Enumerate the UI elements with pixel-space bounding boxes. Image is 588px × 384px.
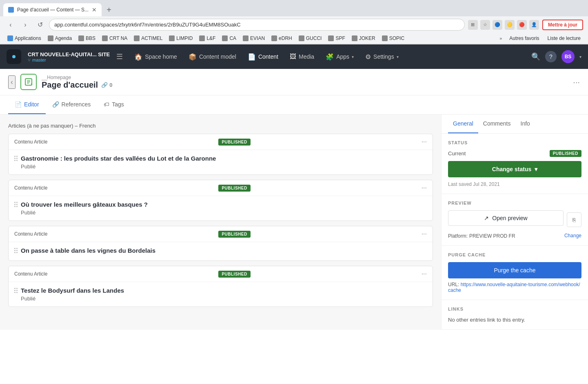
active-tab[interactable]: Page d'accueil — Content — S... ✕ bbox=[3, 3, 102, 16]
bookmark-evian[interactable]: EVIAN bbox=[240, 35, 267, 42]
search-button[interactable]: 🔍 bbox=[531, 52, 540, 61]
back-button[interactable]: ‹ bbox=[8, 75, 16, 89]
update-button[interactable]: Mettre à jour bbox=[542, 20, 583, 30]
tab-tags[interactable]: 🏷 Tags bbox=[97, 95, 131, 114]
bookmark-actimel[interactable]: ACTIMEL bbox=[131, 35, 165, 42]
entry-more-button[interactable]: ··· bbox=[573, 77, 580, 87]
bookmark-label: LIMPID bbox=[176, 35, 193, 41]
card-more-button[interactable]: ··· bbox=[422, 270, 427, 278]
nav-label: Media bbox=[299, 53, 314, 60]
purge-cache-button[interactable]: Purge the cache bbox=[448, 262, 581, 278]
card-more-button[interactable]: ··· bbox=[422, 184, 427, 192]
bookmark-gucci[interactable]: GUCCI bbox=[296, 35, 324, 42]
app-logo[interactable] bbox=[7, 49, 21, 64]
article-status: Publié bbox=[21, 210, 427, 216]
nav-label: Space home bbox=[145, 53, 177, 60]
article-card: Contenu Article PUBLISHED ··· Testez le … bbox=[8, 266, 433, 307]
bookmark-icon bbox=[169, 35, 175, 41]
bookmark-agenda[interactable]: Agenda bbox=[45, 35, 74, 42]
reload-button[interactable]: ↺ bbox=[34, 19, 46, 31]
branch-name: master bbox=[32, 57, 46, 62]
purge-url-row: URL: https://www.nouvelle-aquitaine-tour… bbox=[448, 282, 581, 293]
bookmark-ca[interactable]: CA bbox=[220, 35, 239, 42]
settings-dropdown-icon: ▾ bbox=[397, 55, 399, 59]
article-card: Contenu Article PUBLISHED ··· Où trouver… bbox=[8, 180, 433, 221]
drag-handle[interactable] bbox=[14, 247, 18, 253]
tab-bar: Page d'accueil — Content — S... ✕ + bbox=[0, 0, 588, 16]
bookmark-bbs[interactable]: BBS bbox=[76, 35, 98, 42]
copy-preview-url-button[interactable]: ⎘ bbox=[567, 212, 581, 227]
bookmark-icon bbox=[78, 35, 84, 41]
bookmark-applications[interactable]: Applications bbox=[5, 35, 44, 42]
change-platform-link[interactable]: Change bbox=[564, 233, 581, 238]
url-label: URL: bbox=[448, 282, 459, 287]
hamburger-menu[interactable]: ☰ bbox=[116, 52, 123, 61]
rp-tab-general[interactable]: General bbox=[448, 115, 478, 133]
back-button[interactable]: ‹ bbox=[5, 19, 16, 31]
bookmark-liste-lecture[interactable]: Liste de lecture bbox=[545, 35, 583, 42]
bookmark-icon bbox=[271, 35, 277, 41]
bookmarks-more-button[interactable]: » bbox=[499, 36, 502, 41]
change-status-button[interactable]: Change status ▾ bbox=[448, 161, 581, 177]
purge-url[interactable]: https://www.nouvelle-aquitaine-tourisme.… bbox=[448, 282, 580, 293]
drag-handle[interactable] bbox=[14, 155, 18, 161]
bookmark-crtna[interactable]: CRT NA bbox=[100, 35, 130, 42]
link-icon: 🔗 bbox=[101, 82, 108, 88]
bookmark-label: BBS bbox=[86, 35, 95, 41]
nav-media[interactable]: 🖼 Media bbox=[285, 50, 319, 64]
help-button[interactable]: ? bbox=[545, 51, 557, 62]
bookmark-sopic[interactable]: SOPIC bbox=[379, 35, 407, 42]
url-input[interactable] bbox=[49, 19, 465, 31]
bookmark-limpid[interactable]: LIMPID bbox=[166, 35, 195, 42]
open-preview-button[interactable]: ↗ Open preview bbox=[448, 210, 564, 226]
article-status: Publié bbox=[21, 296, 427, 302]
nav-content[interactable]: 📄 Content bbox=[243, 50, 283, 64]
nav-apps[interactable]: 🧩 Apps ▾ bbox=[321, 50, 359, 64]
nav-label: Settings bbox=[373, 53, 394, 60]
nav-space-home[interactable]: 🏠 Space home bbox=[129, 50, 182, 64]
nav-settings[interactable]: ⚙ Settings ▾ bbox=[360, 50, 404, 64]
status-section: STATUS Current PUBLISHED Change status ▾… bbox=[442, 134, 588, 194]
bookmark-icon bbox=[222, 35, 228, 41]
drag-handle[interactable] bbox=[14, 201, 18, 207]
bookmark-joker[interactable]: JOKER bbox=[349, 35, 378, 42]
bookmark-icon bbox=[299, 35, 304, 41]
entry-breadcrumb: __Homepage bbox=[42, 75, 568, 80]
references-tab-label: References bbox=[62, 101, 91, 108]
links-text: No other entries link to this entry. bbox=[448, 317, 525, 323]
bookmark-label: GUCCI bbox=[306, 35, 322, 41]
entry-title: Page d'accueil 🔗 0 bbox=[42, 80, 568, 90]
nav-content-model[interactable]: 📦 Content model bbox=[184, 50, 241, 64]
article-card-body: Où trouver les meilleurs gâteaux basques… bbox=[9, 196, 433, 221]
platform-row: Platform: PREVIEW PROD FR Change bbox=[448, 232, 581, 239]
bookmark-icon bbox=[328, 35, 334, 41]
card-more-button[interactable]: ··· bbox=[422, 138, 427, 146]
rp-tab-info[interactable]: Info bbox=[516, 115, 535, 133]
forward-button[interactable]: › bbox=[20, 19, 31, 31]
tags-tab-label: Tags bbox=[112, 101, 124, 108]
bookmark-edrh[interactable]: eDRH bbox=[269, 35, 295, 42]
apps-icon: 🧩 bbox=[326, 53, 334, 61]
bookmark-label: Agenda bbox=[55, 35, 72, 41]
tab-title: Page d'accueil — Content — S... bbox=[17, 7, 89, 13]
avatar-dropdown-icon: ▾ bbox=[579, 55, 581, 59]
nav-label: Apps bbox=[336, 53, 349, 60]
rp-tab-comments[interactable]: Comments bbox=[478, 115, 516, 133]
bookmark-autres-favoris[interactable]: Autres favoris bbox=[507, 35, 541, 42]
bookmark-spf[interactable]: SPF bbox=[326, 35, 347, 42]
tab-editor[interactable]: 📄 Editor bbox=[8, 95, 46, 114]
article-type: Contenu Article bbox=[14, 185, 47, 191]
bookmark-icon bbox=[102, 35, 108, 41]
platform-info: Platform: PREVIEW PROD FR bbox=[448, 232, 515, 239]
new-tab-button[interactable]: + bbox=[103, 4, 115, 15]
avatar[interactable]: BS bbox=[561, 50, 575, 63]
card-more-button[interactable]: ··· bbox=[422, 230, 427, 238]
article-title: Gastronomie : les produits star des vall… bbox=[21, 155, 427, 162]
bookmark-icon bbox=[48, 35, 53, 41]
drag-handle[interactable] bbox=[14, 287, 18, 293]
bookmark-label: L&F bbox=[206, 35, 215, 41]
tab-references[interactable]: 🔗 References bbox=[46, 95, 98, 114]
bookmark-lf[interactable]: L&F bbox=[197, 35, 218, 42]
tab-close-button[interactable]: ✕ bbox=[92, 7, 97, 13]
article-info: Testez le Bodysurf dans les Landes Publi… bbox=[21, 287, 427, 302]
